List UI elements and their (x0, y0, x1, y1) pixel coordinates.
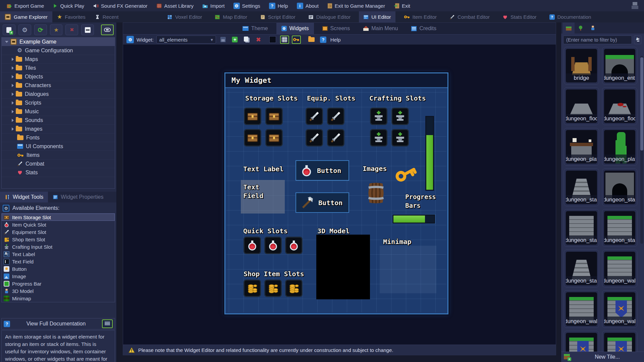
equipment-slot[interactable] (306, 108, 323, 125)
tile-card[interactable]: dungeon_stai (602, 209, 637, 247)
tab-script-editor[interactable]: Script Editor (256, 11, 300, 22)
element-image[interactable]: Image (2, 273, 115, 280)
chevron-right-icon[interactable] (12, 75, 14, 78)
crafting-input-slot[interactable] (370, 129, 387, 146)
model-viewport[interactable] (316, 235, 370, 299)
item-quick-slot[interactable] (244, 237, 261, 254)
element-text-field[interactable]: Text Field (2, 258, 115, 265)
tree-item-characters[interactable]: Characters (2, 81, 115, 90)
tab-characters[interactable] (587, 22, 599, 34)
menu-item-export-game[interactable]: Export Game (2, 0, 48, 11)
tile-card[interactable]: dungeon_wall (602, 250, 637, 287)
collapse-button[interactable] (81, 24, 94, 35)
menu-item-asset-library[interactable]: Asset Library (152, 0, 198, 11)
tree-item-stats[interactable]: Stats (2, 168, 115, 177)
rename-toggle-button[interactable] (101, 24, 114, 35)
equip-slots-label[interactable]: Equip. Slots (307, 94, 356, 102)
images-label[interactable]: Images (363, 165, 387, 173)
menu-item-quick-play[interactable]: Quick Play (48, 0, 89, 11)
menu-item-settings[interactable]: ⚙Settings (229, 0, 265, 11)
chevron-right-icon[interactable] (12, 110, 14, 113)
chevron-right-icon[interactable] (12, 119, 14, 122)
tile-card[interactable]: dungeon_floo (602, 87, 637, 125)
menu-item-help[interactable]: ?Help (265, 0, 292, 11)
tile-card[interactable]: dungeon_stai (564, 169, 599, 206)
new-item-button[interactable] (3, 24, 15, 35)
tree-item-music[interactable]: Music (2, 107, 115, 116)
element-crafting-input-slot[interactable]: Crafting Input Slot (2, 243, 115, 250)
tab-widget-properties[interactable]: Widget Properties (48, 192, 108, 202)
tile-card[interactable]: dungeon_stai (602, 169, 637, 206)
tab-map-editor[interactable]: Map Editor (210, 11, 252, 22)
item-storage-slot[interactable] (265, 108, 283, 125)
tab-voxel-editor[interactable]: Voxel Editor (163, 11, 206, 22)
chevron-right-icon[interactable] (12, 58, 14, 61)
element-button[interactable]: Button (2, 265, 115, 273)
tree-item-images[interactable]: Images (2, 125, 115, 133)
menu-item-exit-to-manager[interactable]: Exit to Game Manager (323, 0, 389, 11)
tree-item-items[interactable]: Items (2, 151, 115, 160)
chevron-right-icon[interactable] (12, 101, 14, 105)
tile-card[interactable]: dungeon_wall (564, 331, 599, 352)
button-element[interactable]: Button (296, 160, 349, 181)
menu-item-import[interactable]: Import (198, 0, 229, 11)
tab-documentation[interactable]: ?Documentation (545, 11, 596, 22)
shop-item-slot[interactable] (264, 280, 282, 297)
grid-toggle-button[interactable] (280, 36, 289, 44)
tab-combat-editor[interactable]: Combat Editor (445, 11, 494, 22)
tree-item-maps[interactable]: Maps (2, 55, 115, 64)
menu-item-about[interactable]: iAbout (292, 0, 323, 11)
shop-item-slot[interactable] (244, 280, 261, 297)
tab-tiles[interactable] (562, 22, 575, 34)
horizontal-progress-bar[interactable] (392, 215, 435, 224)
doc-view-toggle-button[interactable] (102, 319, 113, 328)
tree-item-example-game[interactable]: Example Game (2, 38, 115, 46)
widget-canvas[interactable]: My Widget Storage Slots Equip. Slots Cra… (123, 45, 556, 345)
tree-item-tiles[interactable]: Tiles (2, 64, 115, 72)
save-widget-button[interactable] (219, 36, 228, 44)
equipment-slot[interactable] (306, 129, 323, 146)
tab-dialogue-editor[interactable]: Dialogue Editor (304, 11, 355, 22)
tile-card[interactable]: dungeon_wall (564, 290, 599, 328)
tile-card[interactable]: dungeon_stai (564, 250, 599, 287)
scrollbar-thumb[interactable] (640, 57, 643, 150)
tab-recent[interactable]: Recent (90, 11, 123, 22)
tab-screens[interactable]: Screens (317, 23, 355, 34)
tile-card[interactable]: dungeon_plat (564, 128, 599, 166)
chevron-right-icon[interactable] (12, 84, 14, 87)
favorite-button[interactable] (50, 24, 63, 35)
delete-widget-button[interactable]: ✖ (254, 36, 263, 44)
equipment-slot[interactable] (327, 129, 344, 146)
crafting-input-slot[interactable] (370, 108, 387, 125)
item-quick-slot[interactable] (285, 237, 303, 254)
tile-grid-scrollbar[interactable] (640, 56, 643, 244)
storage-slots-label[interactable]: Storage Slots (245, 94, 298, 102)
tree-item-fonts[interactable]: Fonts (2, 133, 115, 142)
button-element[interactable]: Button (296, 192, 349, 213)
item-storage-slot[interactable] (265, 129, 283, 146)
tile-filter-input[interactable] (563, 36, 632, 44)
tab-credits[interactable]: Credits (406, 23, 441, 34)
tile-card[interactable]: dungeon_wall (602, 331, 637, 352)
tree-item-objects[interactable]: Objects (2, 72, 115, 81)
barrel-image[interactable] (365, 180, 387, 206)
menu-item-sound-fx[interactable]: Sound FX Generator (89, 0, 152, 11)
open-folder-button[interactable] (307, 36, 316, 44)
tree-item-scripts[interactable]: Scripts (2, 99, 115, 107)
equipment-slot[interactable] (327, 108, 344, 125)
help-button[interactable]: ? (319, 36, 328, 44)
tile-card[interactable]: dungeon_entr (602, 47, 637, 84)
tree-item-combat[interactable]: Combat (2, 160, 115, 168)
chevron-right-icon[interactable] (12, 127, 14, 131)
tab-stats-editor[interactable]: Stats Editor (498, 11, 541, 22)
item-preview-toggle-button[interactable] (292, 36, 301, 44)
element-progress-bar[interactable]: Progress Bar (2, 280, 115, 287)
chevron-right-icon[interactable] (12, 93, 14, 96)
tab-theme[interactable]: Theme (237, 23, 273, 34)
tab-game-explorer[interactable]: Game Explorer (0, 11, 52, 22)
widget-window-body[interactable]: Storage Slots Equip. Slots Crafting Slot… (226, 89, 446, 312)
tile-card[interactable]: dungeon_floo (564, 87, 599, 125)
element-text-label[interactable]: Text Label (2, 250, 115, 258)
crafting-input-slot[interactable] (391, 108, 409, 125)
delete-button[interactable] (65, 24, 78, 35)
